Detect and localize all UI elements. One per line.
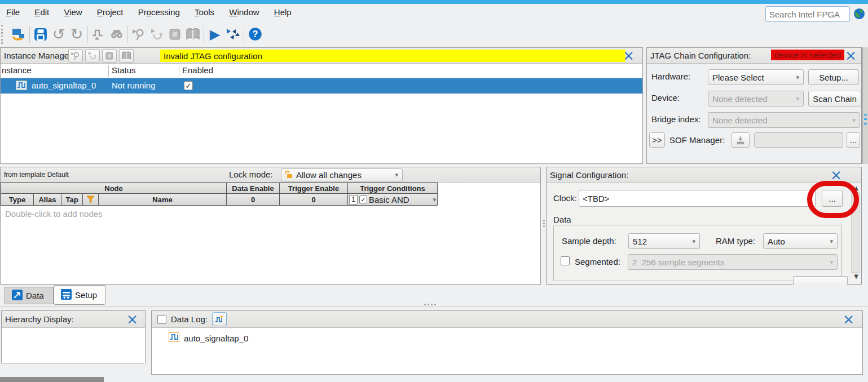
chevron-down-icon: ▾ bbox=[830, 238, 833, 245]
trigger-enable-header: Trigger Enable bbox=[280, 183, 348, 194]
tap-filter-button[interactable] bbox=[83, 194, 99, 206]
signaltap-icon[interactable] bbox=[90, 25, 108, 44]
menu-view[interactable]: View bbox=[58, 4, 88, 21]
lock-mode-select[interactable]: Allow all changes ▾ bbox=[281, 168, 403, 181]
device-select[interactable]: None detected▾ bbox=[708, 91, 804, 106]
instance-row[interactable]: auto_signaltap_0 Not running ✓ bbox=[1, 78, 642, 94]
expand-button[interactable]: >> bbox=[649, 132, 665, 148]
scroll-down-icon[interactable]: ▼ bbox=[854, 273, 858, 279]
scrollbar-track[interactable] bbox=[851, 192, 860, 273]
signal-config-header: Signal Configuration: × bbox=[547, 167, 861, 183]
sof-browse-button[interactable]: ... bbox=[847, 132, 860, 148]
close-icon[interactable]: × bbox=[123, 313, 142, 326]
stop-analysis-button[interactable] bbox=[102, 49, 117, 63]
setup-button[interactable]: Setup... bbox=[808, 69, 859, 85]
instance-enabled-checkbox[interactable]: ✓ bbox=[184, 81, 193, 90]
data-log-checkbox[interactable] bbox=[157, 315, 166, 324]
name-column-header: Name bbox=[99, 194, 227, 206]
close-icon[interactable]: × bbox=[827, 168, 845, 182]
close-icon[interactable]: × bbox=[619, 49, 638, 63]
alias-column-header: Alias bbox=[34, 194, 61, 206]
device-label: Device: bbox=[651, 93, 680, 103]
signal-config-title: Signal Configuration: bbox=[550, 170, 628, 180]
stop-analysis-icon[interactable] bbox=[166, 25, 184, 44]
menu-project[interactable]: Project bbox=[91, 4, 130, 21]
sof-manager-label: SOF Manager: bbox=[669, 135, 725, 145]
horizontal-splitter-grip[interactable] bbox=[424, 304, 436, 305]
close-icon[interactable]: × bbox=[839, 313, 858, 326]
search-input[interactable] bbox=[765, 6, 850, 22]
clock-label: Clock: bbox=[553, 193, 577, 203]
autorun-analysis-icon[interactable] bbox=[148, 25, 166, 44]
data-log-label: Data Log: bbox=[171, 314, 208, 324]
bridge-index-select[interactable]: None detected▾ bbox=[708, 112, 860, 128]
scan-chain-button[interactable]: Scan Chain bbox=[808, 91, 861, 106]
chevron-down-icon: ▾ bbox=[852, 117, 856, 124]
instance-name: auto_signaltap_0 bbox=[32, 81, 96, 90]
tap-column-header: Tap bbox=[61, 194, 83, 206]
data-enable-header: Data Enable bbox=[227, 183, 280, 194]
data-log-item[interactable]: auto_signaltap_0 bbox=[169, 332, 248, 344]
ram-type-label: RAM type: bbox=[716, 236, 755, 246]
hardware-select[interactable]: Please Select▾ bbox=[708, 69, 804, 85]
trigger-conditions-header: Trigger Conditions bbox=[348, 183, 438, 194]
lock-mode-label: Lock mode: bbox=[229, 170, 273, 179]
new-data-log-button[interactable] bbox=[212, 312, 227, 326]
read-data-icon[interactable] bbox=[184, 25, 202, 44]
toolbar-handle[interactable] bbox=[1, 25, 6, 44]
trigger-condition-checkbox[interactable]: ✓ bbox=[359, 196, 367, 203]
tab-data[interactable]: Data bbox=[5, 287, 54, 304]
unlock-icon bbox=[285, 170, 293, 180]
type-column-header: Type bbox=[1, 194, 34, 206]
setup-editor-panel: from template Default Lock mode: Allow a… bbox=[0, 167, 541, 285]
run-analysis-button[interactable] bbox=[68, 49, 83, 63]
segmented-label: Segmented: bbox=[575, 257, 620, 266]
clock-browse-button[interactable]: ... bbox=[822, 190, 843, 207]
run-analysis-icon[interactable] bbox=[130, 25, 148, 44]
vertical-splitter[interactable] bbox=[541, 167, 546, 285]
tabbar-divider bbox=[0, 306, 868, 307]
help-icon[interactable]: ? bbox=[246, 25, 264, 44]
hierarchy-display-panel: Hierarchy Display: × bbox=[1, 310, 146, 363]
data-log-tree[interactable]: auto_signaltap_0 bbox=[152, 328, 862, 374]
clock-field[interactable] bbox=[579, 190, 816, 207]
jtag-chain-panel: JTAG Chain Configuration: device is sele… bbox=[646, 47, 862, 164]
program-device-icon[interactable] bbox=[10, 25, 28, 44]
segmented-select[interactable]: 2 256 sample segments▾ bbox=[628, 254, 838, 270]
main-toolbar: ↺ ↻ ▶ ? bbox=[0, 21, 868, 47]
read-data-button[interactable] bbox=[119, 49, 134, 63]
toolbar-separator bbox=[29, 26, 30, 43]
menu-file[interactable]: File bbox=[0, 4, 26, 21]
process-icon[interactable] bbox=[224, 25, 242, 44]
add-nodes-placeholder: Double-click to add nodes bbox=[5, 209, 103, 219]
run-icon[interactable]: ▶ bbox=[206, 25, 224, 44]
menu-tools[interactable]: Tools bbox=[188, 4, 221, 21]
menu-edit[interactable]: Edit bbox=[28, 4, 55, 21]
autorun-analysis-button[interactable] bbox=[85, 49, 100, 63]
sof-download-button[interactable] bbox=[732, 132, 750, 148]
sof-file-field[interactable] bbox=[754, 132, 843, 148]
sample-depth-select[interactable]: 512▾ bbox=[628, 233, 700, 249]
undo-icon[interactable]: ↺ bbox=[50, 25, 68, 44]
column-status: Status bbox=[112, 65, 179, 77]
menu-processing[interactable]: Processing bbox=[132, 4, 186, 21]
instance-manager-title: Instance Manager: bbox=[4, 51, 74, 60]
hierarchy-tree-canvas[interactable] bbox=[2, 328, 145, 363]
ram-type-select[interactable]: Auto▾ bbox=[763, 233, 838, 249]
tab-setup[interactable]: Setup bbox=[54, 285, 105, 305]
globe-icon[interactable] bbox=[853, 8, 865, 21]
find-icon[interactable] bbox=[108, 25, 126, 44]
node-list-canvas[interactable]: Double-click to add nodes bbox=[1, 206, 540, 284]
segmented-checkbox[interactable] bbox=[561, 256, 570, 265]
svg-text:?: ? bbox=[252, 29, 258, 39]
hierarchy-display-header: Hierarchy Display: × bbox=[2, 311, 145, 328]
menu-window[interactable]: Window bbox=[223, 4, 265, 21]
trigger-condition-select[interactable]: 1 ✓ Basic AND ▾ bbox=[348, 194, 438, 206]
toolbar-separator bbox=[244, 26, 244, 43]
menu-help[interactable]: Help bbox=[268, 4, 298, 21]
save-icon[interactable] bbox=[32, 25, 50, 44]
scroll-up-icon[interactable]: ▲ bbox=[854, 185, 858, 191]
instance-status: Not running bbox=[112, 81, 156, 90]
redo-icon[interactable]: ↻ bbox=[68, 25, 86, 44]
close-icon[interactable]: × bbox=[841, 49, 860, 63]
